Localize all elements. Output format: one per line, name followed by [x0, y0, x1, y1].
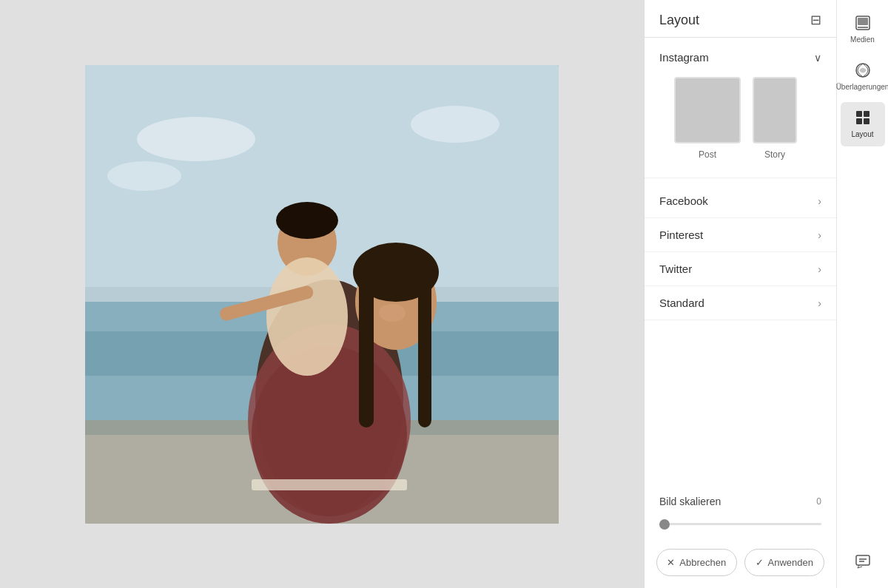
svg-rect-10	[359, 280, 374, 428]
standard-arrow: ›	[818, 297, 821, 309]
medien-icon	[855, 15, 871, 33]
story-label: Story	[764, 149, 785, 160]
instagram-layout-options: Post Story	[659, 65, 821, 166]
action-buttons: ✕ Abbrechen ✓ Anwenden	[645, 540, 836, 588]
svg-rect-26	[864, 111, 870, 117]
svg-rect-22	[858, 18, 868, 25]
svg-point-13	[276, 202, 338, 239]
standard-label: Standard	[659, 297, 704, 309]
apply-button[interactable]: ✓ Anwenden	[744, 549, 825, 576]
svg-rect-17	[252, 479, 407, 490]
scale-section: Bild skalieren 0	[645, 481, 836, 540]
sidebar-item-medien[interactable]: Medien	[841, 7, 885, 52]
sidebar-item-uberlagerungen[interactable]: Überlagerungen	[841, 55, 885, 99]
post-thumbnail[interactable]	[674, 77, 741, 143]
svg-rect-27	[856, 118, 862, 124]
pinterest-arrow: ›	[818, 229, 821, 241]
layout-nav-label: Layout	[851, 130, 873, 139]
photo-canvas	[85, 65, 559, 524]
platform-list: Facebook › Pinterest › Twitter › Standar…	[645, 178, 836, 326]
icon-bar: Medien Überlagerungen Layout	[836, 0, 888, 588]
svg-rect-11	[418, 280, 431, 428]
scale-slider-container	[659, 515, 821, 528]
medien-label: Medien	[850, 36, 875, 44]
scale-slider[interactable]	[659, 523, 821, 525]
svg-point-20	[107, 161, 181, 191]
cancel-icon: ✕	[667, 557, 675, 568]
uberlagerungen-icon	[855, 62, 871, 81]
pinterest-row[interactable]: Pinterest ›	[645, 218, 836, 252]
svg-point-16	[379, 304, 406, 322]
twitter-label: Twitter	[659, 263, 692, 275]
instagram-label: Instagram	[659, 51, 709, 64]
story-thumbnail[interactable]	[753, 77, 797, 143]
post-label: Post	[699, 149, 716, 160]
cancel-button[interactable]: ✕ Abbrechen	[656, 549, 737, 576]
svg-rect-25	[856, 111, 862, 117]
instagram-dropdown[interactable]: Instagram ∨	[659, 50, 821, 65]
standard-row[interactable]: Standard ›	[645, 286, 836, 320]
cancel-label: Abbrechen	[679, 557, 726, 568]
layout-nav-icon	[855, 109, 871, 128]
twitter-row[interactable]: Twitter ›	[645, 252, 836, 286]
pinterest-label: Pinterest	[659, 229, 703, 241]
instagram-section: Instagram ∨ Post Story	[645, 38, 836, 178]
svg-point-7	[252, 346, 407, 524]
svg-point-14	[266, 257, 348, 376]
svg-point-19	[411, 106, 500, 143]
layout-panel: Layout ⊟ Instagram ∨ Post Story	[644, 0, 836, 588]
scale-label: Bild skalieren	[659, 496, 721, 507]
scale-header: Bild skalieren 0	[659, 496, 821, 507]
sidebar-item-layout[interactable]: Layout	[841, 102, 885, 146]
uberlagerungen-label: Überlagerungen	[836, 83, 888, 92]
twitter-arrow: ›	[818, 263, 821, 275]
apply-label: Anwenden	[768, 557, 813, 568]
facebook-label: Facebook	[659, 195, 708, 207]
story-option[interactable]: Story	[753, 77, 797, 160]
svg-rect-28	[864, 118, 870, 124]
sidebar-item-chat[interactable]	[841, 544, 885, 588]
facebook-row[interactable]: Facebook ›	[645, 184, 836, 218]
layout-header-icon: ⊟	[810, 12, 821, 28]
layout-title: Layout	[659, 13, 699, 28]
instagram-dropdown-arrow: ∨	[814, 52, 821, 64]
scale-value: 0	[816, 496, 821, 507]
facebook-arrow: ›	[818, 195, 821, 207]
post-option[interactable]: Post	[674, 77, 741, 160]
svg-point-18	[137, 117, 255, 161]
apply-icon: ✓	[756, 557, 764, 568]
layout-header: Layout ⊟	[645, 0, 836, 38]
chat-icon	[855, 553, 871, 572]
svg-rect-29	[856, 555, 870, 565]
main-canvas	[0, 0, 644, 588]
